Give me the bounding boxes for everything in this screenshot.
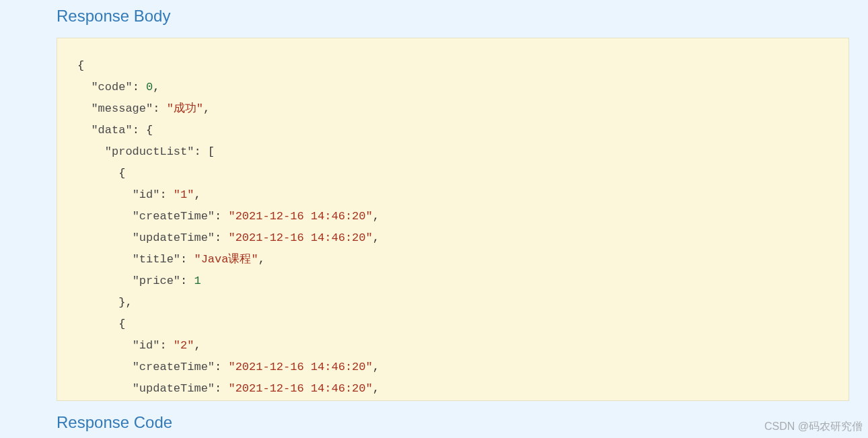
response-body-title: Response Body [57,7,849,26]
swagger-response-panel: Response Body { "code": 0, "message": "成… [0,0,868,432]
response-body-wrap: { "code": 0, "message": "成功", "data": { … [57,38,849,401]
response-body-content[interactable]: { "code": 0, "message": "成功", "data": { … [57,38,849,401]
json-output: { "code": 0, "message": "成功", "data": { … [77,55,828,400]
response-code-title: Response Code [57,413,849,432]
